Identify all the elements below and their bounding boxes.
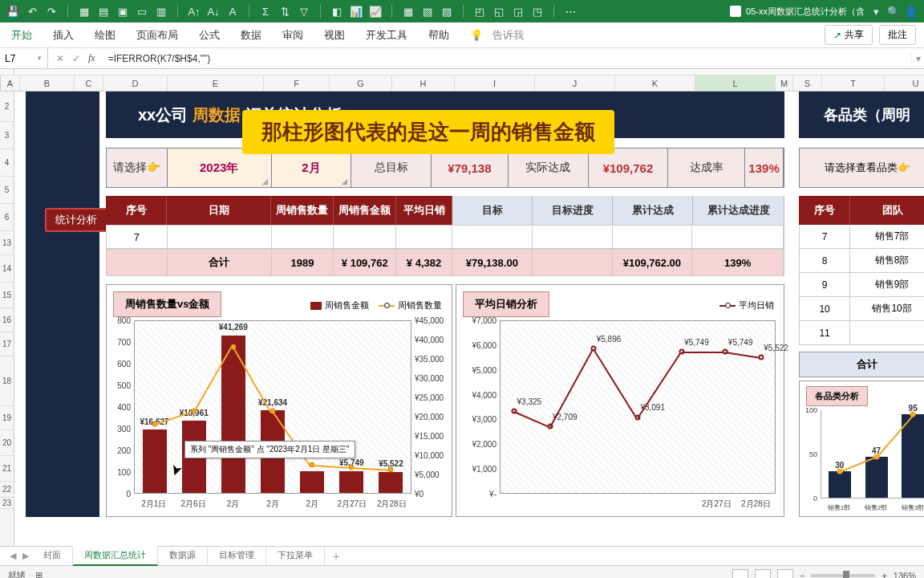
table-cell[interactable] [334,226,396,248]
row-header[interactable]: 21 [0,456,14,482]
tool-icon[interactable]: ◰ [473,5,486,18]
chart-icon[interactable]: 📊 [350,5,363,18]
dropdown-icon[interactable]: ▾ [869,5,882,18]
col-header[interactable]: A [1,75,20,91]
table-cell[interactable]: 139% [692,250,784,275]
row-header[interactable]: 22 [0,482,14,498]
expand-formula-icon[interactable]: ▾ [911,53,924,64]
table-row[interactable]: 9销售9部 [799,273,924,297]
tab-help[interactable]: 帮助 [425,23,452,47]
col-header[interactable]: M [776,75,793,91]
tool-icon[interactable]: ▨ [440,5,453,18]
table-cell[interactable] [533,250,613,275]
col-header[interactable]: H [392,75,455,91]
tab-formula[interactable]: 公式 [196,23,223,47]
col-header[interactable]: B [20,75,75,91]
tool-icon[interactable]: ◳ [531,5,544,18]
tab-nav-prev[interactable]: ◀ [6,551,19,561]
row-header[interactable]: 2 [0,92,14,122]
tool-icon[interactable]: ▦ [402,5,415,18]
col-header[interactable]: K [615,75,695,91]
format-icon[interactable]: A [226,5,239,18]
font-size-up-icon[interactable]: A↑ [188,5,201,18]
font-size-down-icon[interactable]: A↓ [207,5,220,18]
undo-icon[interactable]: ↶ [26,5,38,18]
comments-button[interactable]: 批注 [879,25,916,45]
col-header[interactable]: L [695,75,776,91]
sheet-tab[interactable]: 目标管理 [208,546,266,566]
view-break-button[interactable] [777,569,793,579]
tool-icon[interactable]: ◱ [492,5,505,18]
zoom-out-button[interactable]: − [800,571,804,579]
cancel-icon[interactable]: ✕ [56,53,64,64]
table-cell[interactable] [396,226,452,248]
view-layout-button[interactable] [755,569,771,579]
kpi-cell[interactable]: 请选择👉 [107,149,168,187]
tool-icon[interactable]: ▧ [421,5,434,18]
zoom-in-button[interactable]: + [881,571,886,579]
row-header[interactable]: 13 [0,231,14,255]
sort-icon[interactable]: ⇅ [278,5,291,18]
save-icon[interactable]: 💾 [6,5,19,18]
row-header[interactable]: 23 [0,498,14,509]
zoom-level[interactable]: 136% [894,571,916,579]
col-header[interactable]: J [535,75,615,91]
row-header[interactable]: 4 [0,149,14,177]
tab-draw[interactable]: 绘图 [91,23,119,47]
table-cell[interactable] [452,226,533,248]
row-header[interactable]: 19 [0,406,14,430]
table-cell[interactable]: 7 [107,226,168,248]
tab-dev[interactable]: 开发工具 [363,23,411,47]
row-header[interactable]: 3 [0,122,14,149]
view-normal-button[interactable] [732,569,748,579]
sheet-tab[interactable]: 封面 [32,546,73,566]
tool-icon[interactable]: ▦ [78,5,91,18]
tab-home[interactable]: 开始 [8,23,35,47]
mini-chart[interactable]: 各品类分析 304795 050100 销售1部销售2部销售3部 [799,381,924,517]
right-select-label[interactable]: 请选择查看品类👉◢ [799,148,924,188]
table-row[interactable]: 11 [799,321,924,345]
row-header[interactable]: 5 [0,177,14,204]
col-header[interactable]: T [822,75,885,91]
row-header[interactable]: 6 [0,204,14,231]
sheet-tab[interactable]: 下拉菜单 [266,546,325,566]
more-icon[interactable]: ⋯ [564,5,577,18]
redo-icon[interactable]: ↷ [45,5,58,18]
row-header[interactable]: 16 [0,308,14,332]
col-header[interactable]: F [264,75,330,91]
row-header[interactable]: 15 [0,283,14,308]
tab-data[interactable]: 数据 [237,23,265,47]
tool-icon[interactable]: ▥ [155,5,168,18]
tab-nav-next[interactable]: ▶ [19,551,32,561]
chart-daily-avg[interactable]: 平均日销分析 平均日销 ¥-¥1,000¥2,000¥3,000¥4,000¥5… [456,284,784,517]
table-cell[interactable] [107,250,168,275]
table-cell[interactable] [272,226,334,248]
table-row[interactable]: 10销售10部 [799,297,924,321]
col-header[interactable]: D [103,75,168,91]
row-header[interactable]: 20 [0,430,14,456]
row-header[interactable]: 14 [0,255,14,283]
sheet-canvas[interactable]: 统计分析 xx公司 周数据 汇总统计分析 请选择👉2023年◢2月◢总目标¥79… [14,92,924,546]
chart-weekly-sales[interactable]: 周销售数量vs金额 周销售金额 周销售数量 010020030040050060… [106,284,452,517]
table-cell[interactable]: ¥79,138.00 [452,250,533,275]
fill-icon[interactable]: ◧ [330,5,343,18]
tab-review[interactable]: 审阅 [279,23,306,47]
formula-input[interactable]: =IFERROR(K7/$H$4,"") [102,53,911,64]
kpi-cell[interactable]: 2月◢ [272,149,352,187]
row-header[interactable]: 18 [0,356,14,406]
table-cell[interactable] [613,226,693,248]
confirm-icon[interactable]: ✓ [72,53,80,64]
tellme[interactable]: 告诉我 [489,23,527,47]
col-header[interactable]: U [885,75,924,91]
table-cell[interactable]: ¥ 109,762 [334,250,396,275]
accessibility-icon[interactable]: ⊞ [35,570,43,578]
fx-icon[interactable]: fx [88,52,102,64]
col-header[interactable]: E [168,75,264,91]
table-cell[interactable] [168,226,272,248]
zoom-slider[interactable] [811,574,875,577]
tool-icon[interactable]: ▣ [116,5,129,18]
table-cell[interactable]: ¥109,762.00 [613,250,693,275]
sheet-tab[interactable]: 周数据汇总统计 [73,546,158,566]
tool-icon[interactable]: ▤ [97,5,110,18]
table-cell[interactable]: ¥ 4,382 [396,250,452,275]
